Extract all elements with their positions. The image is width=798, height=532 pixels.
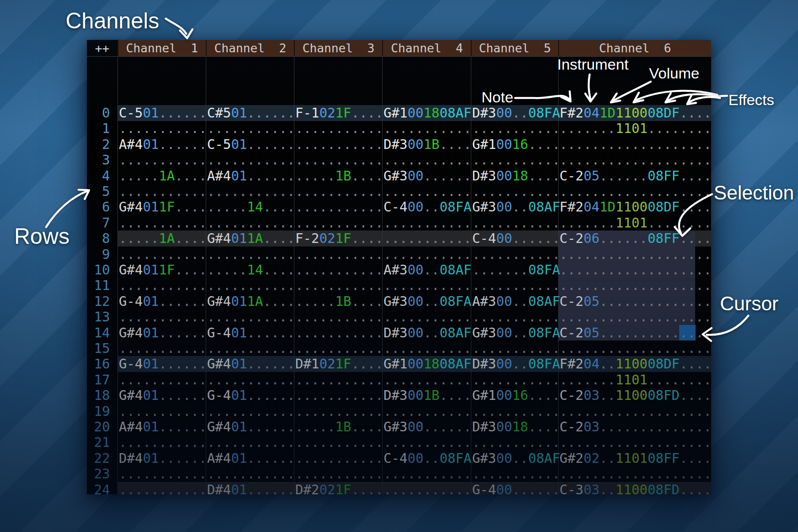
pattern-cell-r5-ch5[interactable]: ........... [472,184,560,199]
pattern-cell-r23-ch5[interactable]: ........... [472,466,560,481]
pattern-cell-r4-ch3[interactable]: .....1B.... [295,168,383,184]
pattern-cell-r18-ch1[interactable]: G#401...... [119,387,207,403]
pattern-cell-r12-ch3[interactable]: .....1B.... [295,293,383,309]
pattern-cell-r24-ch5[interactable]: G-400...... [472,482,560,494]
pattern-cell-r24-ch2[interactable]: D#401...... [207,482,295,494]
pattern-cell-r20-ch5[interactable]: D#30018.... [472,419,560,434]
pattern-cell-r21-ch5[interactable]: ........... [472,434,560,450]
pattern-cell-r18-ch2[interactable]: G-401...... [207,387,295,403]
pattern-cell-r23-ch2[interactable]: ........... [207,466,295,481]
pattern-cell-r6-ch2[interactable]: .....14.... [207,199,295,215]
pattern-cell-r14-ch2[interactable]: G-401...... [207,325,295,340]
pattern-cell-r21-ch6[interactable]: ................... [559,434,711,450]
pattern-cell-r21-ch2[interactable]: ........... [207,434,295,450]
pattern-cell-r22-ch2[interactable]: A#401...... [207,450,295,466]
pattern-cell-r10-ch1[interactable]: G#4011F.... [119,262,207,278]
pattern-cell-r8-ch3[interactable]: F-2021F.... [295,231,383,246]
pattern-cell-r5-ch3[interactable]: ........... [295,184,383,199]
pattern-cell-r4-ch1[interactable]: .....1A.... [119,168,207,184]
pattern-cell-r20-ch4[interactable]: G#300...... [383,419,472,434]
pattern-cell-r13-ch3[interactable]: ........... [295,309,383,325]
pattern-cell-r7-ch2[interactable]: ........... [207,215,295,231]
pattern-cell-r19-ch4[interactable]: ........... [383,403,472,419]
pattern-cell-r6-ch3[interactable]: ........... [295,199,383,215]
pattern-cell-r9-ch3[interactable]: ........... [295,246,383,262]
pattern-cell-r1-ch3[interactable]: ........... [295,121,383,136]
pattern-cell-r10-ch4[interactable]: A#300..08AF [383,262,472,278]
pattern-cell-r0-ch4[interactable]: G#1001808AF [383,105,472,121]
pattern-cell-r22-ch3[interactable]: ........... [295,450,383,466]
pattern-cell-r10-ch3[interactable]: ........... [295,262,383,278]
pattern-cell-r11-ch4[interactable]: ........... [383,278,472,293]
pattern-cell-r21-ch3[interactable]: ........... [295,434,383,450]
pattern-cell-r4-ch4[interactable]: G#300...... [383,168,472,184]
pattern-cell-r3-ch5[interactable]: ........... [472,152,560,168]
pattern-cell-r4-ch6[interactable]: C-205......08FF.... [559,168,711,184]
pattern-cell-r17-ch1[interactable]: ........... [119,372,207,387]
pattern-cell-r14-ch5[interactable]: G#300..08FA [472,325,560,340]
pattern-cell-r17-ch2[interactable]: ........... [207,372,295,387]
pattern-cell-r23-ch4[interactable]: ........... [383,466,472,481]
pattern-cell-r18-ch3[interactable]: ........... [295,387,383,403]
pattern-cell-r14-ch4[interactable]: D#300..08AF [383,325,472,340]
pattern-cell-r19-ch1[interactable]: ........... [119,403,207,419]
pattern-cell-r2-ch2[interactable]: C-501...... [207,137,295,152]
pattern-cell-r16-ch1[interactable]: G-401...... [119,356,207,372]
pattern-cell-r13-ch4[interactable]: ........... [383,309,472,325]
pattern-cell-r24-ch6[interactable]: C-303..110008FD.... [559,482,711,494]
pattern-cell-r0-ch3[interactable]: F-1021F.... [295,105,383,121]
pattern-cell-r21-ch1[interactable]: ........... [119,434,207,450]
pattern-cell-r16-ch6[interactable]: F#204..110008DF.... [559,356,711,372]
pattern-cell-r17-ch4[interactable]: ........... [383,372,472,387]
pattern-cell-r16-ch3[interactable]: D#1021F.... [295,356,383,372]
pattern-cell-r19-ch6[interactable]: ................... [559,403,711,419]
pattern-cell-r11-ch6[interactable]: ................... [559,278,711,293]
pattern-cell-r0-ch6[interactable]: F#2041D110008DF.... [559,105,711,121]
pattern-cell-r9-ch6[interactable]: ................... [559,246,711,262]
pattern-cell-r7-ch4[interactable]: ........... [383,215,472,231]
pattern-cell-r3-ch1[interactable]: ........... [119,152,207,168]
pattern-cell-r6-ch1[interactable]: G#4011F.... [119,199,207,215]
pattern-cell-r22-ch6[interactable]: G#202..110108FF.... [559,450,711,466]
pattern-cell-r23-ch3[interactable]: ........... [295,466,383,481]
pattern-cell-r1-ch2[interactable]: ........... [207,121,295,136]
pattern-cell-r15-ch6[interactable]: ................... [559,340,711,356]
pattern-cell-r18-ch6[interactable]: C-203..110008FD.... [559,387,711,403]
pattern-cell-r6-ch5[interactable]: G#300..08AF [472,199,560,215]
pattern-cell-r0-ch1[interactable]: C-501...... [119,105,207,121]
pattern-cell-r17-ch5[interactable]: ........... [472,372,560,387]
pattern-cell-r8-ch4[interactable]: ........... [383,231,472,246]
pattern-cell-r19-ch2[interactable]: ........... [207,403,295,419]
pattern-cell-r15-ch5[interactable]: ........... [472,340,560,356]
pattern-cell-r13-ch2[interactable]: ........... [207,309,295,325]
pattern-cell-r2-ch4[interactable]: D#3001B.... [383,137,472,152]
pattern-cell-r4-ch5[interactable]: D#30018.... [472,168,560,184]
pattern-cell-r9-ch1[interactable]: ........... [119,246,207,262]
pattern-cell-r14-ch1[interactable]: G#401...... [119,325,207,340]
pattern-cell-r15-ch3[interactable]: ........... [295,340,383,356]
pattern-cell-r5-ch6[interactable]: ................... [559,184,711,199]
pattern-cell-r8-ch2[interactable]: G#4011A.... [207,231,295,246]
pattern-cell-r2-ch5[interactable]: G#10016.... [472,137,560,152]
pattern-cell-r4-ch2[interactable]: A#401...... [207,168,295,184]
pattern-cell-r10-ch6[interactable]: ................... [559,262,711,278]
pattern-cell-r7-ch1[interactable]: ........... [119,215,207,231]
pattern-cell-r8-ch1[interactable]: .....1A.... [119,231,207,246]
pattern-cell-r23-ch6[interactable]: ................... [559,466,711,481]
pattern-cell-r13-ch1[interactable]: ........... [119,309,207,325]
pattern-cell-r18-ch4[interactable]: D#3001B.... [383,387,472,403]
pattern-cell-r0-ch2[interactable]: C#501...... [207,105,295,121]
pattern-cell-r5-ch2[interactable]: ........... [207,184,295,199]
pattern-cell-r8-ch5[interactable]: C-400...... [472,231,560,246]
pattern-cell-r15-ch1[interactable]: ........... [119,340,207,356]
pattern-cell-r0-ch5[interactable]: D#300..08FA [472,105,560,121]
pattern-cell-r22-ch1[interactable]: D#401...... [119,450,207,466]
pattern-cell-r19-ch5[interactable]: ........... [472,403,560,419]
pattern-cell-r3-ch6[interactable]: ................... [559,152,711,168]
pattern-cell-r15-ch4[interactable]: ........... [383,340,472,356]
pattern-cell-r5-ch4[interactable]: ........... [383,184,472,199]
pattern-cell-r7-ch5[interactable]: ........... [472,215,560,231]
pattern-cell-r9-ch2[interactable]: ........... [207,246,295,262]
pattern-cell-r15-ch2[interactable]: ........... [207,340,295,356]
pattern-cell-r2-ch1[interactable]: A#401...... [119,137,207,152]
